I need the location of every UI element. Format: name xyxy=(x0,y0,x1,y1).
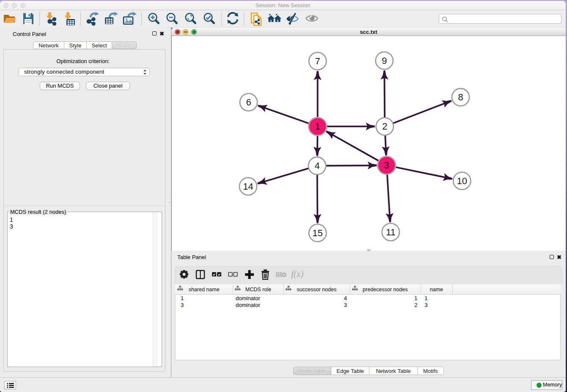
svg-text:14: 14 xyxy=(243,181,253,192)
svg-text:6: 6 xyxy=(246,97,251,108)
svg-text:2: 2 xyxy=(382,121,387,132)
svg-text:9: 9 xyxy=(382,55,387,66)
svg-text:3: 3 xyxy=(384,160,389,171)
svg-text:4: 4 xyxy=(314,160,319,171)
svg-text:15: 15 xyxy=(312,228,322,238)
svg-text:7: 7 xyxy=(315,56,320,66)
svg-text:1: 1 xyxy=(315,121,320,132)
svg-text:11: 11 xyxy=(386,227,396,237)
svg-text:10: 10 xyxy=(457,176,467,186)
svg-text:8: 8 xyxy=(458,92,463,102)
